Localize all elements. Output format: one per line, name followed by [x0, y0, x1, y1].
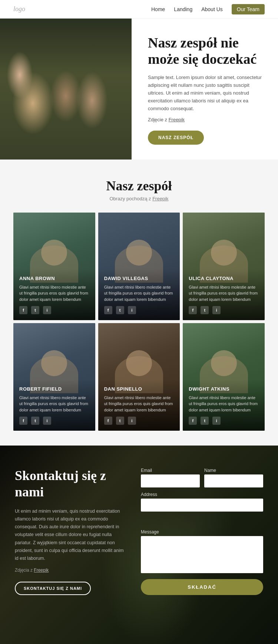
- hero-button[interactable]: NASZ ZESPÓŁ: [148, 131, 204, 145]
- team-member-desc: Glavi amet ritnisi libero molestie ante …: [19, 284, 89, 303]
- hero-content: Nasz zespół nie może się doczekać Sample…: [132, 19, 278, 160]
- instagram-icon[interactable]: i: [212, 417, 221, 425]
- hero-text: Sample text. Lorem ipsum dolor sit amet,…: [148, 74, 263, 112]
- address-label: Address: [141, 492, 263, 497]
- facebook-icon[interactable]: f: [104, 417, 112, 425]
- form-group-email: Email: [141, 468, 200, 487]
- team-member-desc: Glavi amet ritnisi libero molestie ante …: [189, 395, 259, 413]
- team-card: ANNA BROWNGlavi amet ritnisi libero mole…: [13, 213, 95, 320]
- nav-our-team[interactable]: Our Team: [232, 4, 265, 14]
- contact-form: Email Name Address Message SKŁADAĆ: [141, 468, 263, 595]
- facebook-icon[interactable]: f: [189, 306, 197, 314]
- team-subtitle: Obrazy pochodzą z Freepik: [13, 196, 265, 201]
- name-label: Name: [204, 468, 263, 473]
- twitter-icon[interactable]: t: [201, 306, 209, 314]
- facebook-icon[interactable]: f: [189, 417, 197, 425]
- team-card-social: fti: [19, 417, 89, 425]
- team-grid: ANNA BROWNGlavi amet ritnisi libero mole…: [13, 213, 265, 431]
- team-card-overlay: ANNA BROWNGlavi amet ritnisi libero mole…: [13, 269, 95, 321]
- contact-button[interactable]: SKONTAKTUJ SIĘ Z NAMI: [15, 582, 91, 595]
- contact-freepik-link[interactable]: Freepik: [34, 568, 49, 573]
- nav-home[interactable]: Home: [151, 6, 165, 12]
- team-member-desc: Glavi amet ritnisi libero molestie ante …: [189, 284, 259, 303]
- form-group-address: Address: [141, 492, 263, 525]
- team-card-social: fti: [19, 306, 89, 314]
- instagram-icon[interactable]: i: [212, 306, 221, 314]
- team-member-desc: Glavi amet ritnisi libero molestie ante …: [19, 395, 89, 413]
- navbar: logo Home Landing About Us Our Team: [0, 0, 278, 19]
- team-card-overlay: ULICA CLAYTONAGlavi amet ritnisi libero …: [183, 269, 265, 321]
- message-label: Message: [141, 529, 263, 535]
- team-card-overlay: DAN SPINELLOGlavi amet ritnisi libero mo…: [98, 380, 180, 431]
- email-input[interactable]: [141, 474, 200, 487]
- nav-about[interactable]: About Us: [201, 6, 223, 12]
- instagram-icon[interactable]: i: [128, 417, 136, 425]
- hero-section: Nasz zespół nie może się doczekać Sample…: [0, 19, 278, 160]
- team-card-social: fti: [189, 417, 259, 425]
- email-label: Email: [141, 468, 200, 473]
- nav-landing[interactable]: Landing: [174, 6, 192, 12]
- instagram-icon[interactable]: i: [43, 306, 51, 314]
- team-card-social: fti: [104, 417, 174, 425]
- twitter-icon[interactable]: t: [201, 417, 209, 425]
- team-card-overlay: ROBERT FIFIELDGlavi amet ritnisi libero …: [13, 380, 95, 431]
- nav-links: Home Landing About Us Our Team: [151, 4, 265, 14]
- team-freepik-link[interactable]: Freepik: [152, 196, 168, 201]
- team-member-name: DAWID VILLEGAS: [104, 276, 174, 281]
- team-member-name: DAN SPINELLO: [104, 386, 174, 392]
- contact-title: Skontaktuj się z nami: [15, 468, 126, 500]
- team-card: DAWID VILLEGASGlavi amet ritnisi libero …: [98, 213, 180, 320]
- team-member-name: ULICA CLAYTONA: [189, 276, 259, 281]
- team-card-social: fti: [189, 306, 259, 314]
- contact-section: Skontaktuj się z nami Ut enim ad minim v…: [0, 446, 278, 644]
- hero-image: [0, 19, 132, 160]
- team-card-overlay: DWIGHT ATKINSGlavi amet ritnisi libero m…: [183, 380, 265, 431]
- team-member-desc: Glavi amet ritnisi libero molestie ante …: [104, 284, 174, 303]
- team-card-social: fti: [104, 306, 174, 314]
- logo: logo: [13, 5, 25, 13]
- form-group-message: Message: [141, 529, 263, 573]
- form-group-name: Name: [204, 468, 263, 487]
- team-member-name: DWIGHT ATKINS: [189, 386, 259, 392]
- twitter-icon[interactable]: t: [31, 417, 39, 425]
- team-member-name: ROBERT FIFIELD: [19, 386, 89, 392]
- contact-left: Skontaktuj się z nami Ut enim ad minim v…: [15, 468, 126, 595]
- instagram-icon[interactable]: i: [128, 306, 136, 314]
- team-card: ULICA CLAYTONAGlavi amet ritnisi libero …: [183, 213, 265, 320]
- facebook-icon[interactable]: f: [19, 417, 27, 425]
- twitter-icon[interactable]: t: [116, 306, 124, 314]
- name-input[interactable]: [204, 474, 263, 487]
- hero-freepik-link[interactable]: Freepik: [169, 117, 185, 122]
- contact-photo-credit: Zdjęcia z Freepik: [15, 568, 126, 573]
- contact-text: Ut enim ad minim veniam, quis nostrud ex…: [15, 507, 126, 563]
- hero-title: Nasz zespół nie może się doczekać: [148, 35, 263, 67]
- team-card: DWIGHT ATKINSGlavi amet ritnisi libero m…: [183, 323, 265, 431]
- hero-photo: [0, 19, 132, 160]
- team-section: Nasz zespół Obrazy pochodzą z Freepik AN…: [0, 160, 278, 446]
- twitter-icon[interactable]: t: [116, 417, 124, 425]
- twitter-icon[interactable]: t: [31, 306, 39, 314]
- facebook-icon[interactable]: f: [104, 306, 112, 314]
- facebook-icon[interactable]: f: [19, 306, 27, 314]
- hero-photo-credit: Zdjęcie z Freepik: [148, 117, 263, 122]
- message-input[interactable]: [141, 536, 263, 573]
- submit-button[interactable]: SKŁADAĆ: [141, 579, 263, 595]
- team-member-name: ANNA BROWN: [19, 276, 89, 281]
- contact-inner: Skontaktuj się z nami Ut enim ad minim v…: [0, 446, 278, 614]
- team-card: DAN SPINELLOGlavi amet ritnisi libero mo…: [98, 323, 180, 431]
- form-row-email-name: Email Name: [141, 468, 263, 487]
- team-card-overlay: DAWID VILLEGASGlavi amet ritnisi libero …: [98, 269, 180, 321]
- address-input[interactable]: [141, 499, 263, 512]
- team-card: ROBERT FIFIELDGlavi amet ritnisi libero …: [13, 323, 95, 431]
- team-title: Nasz zespół: [13, 178, 265, 194]
- instagram-icon[interactable]: i: [43, 417, 51, 425]
- team-member-desc: Glavi amet ritnisi libero molestie ante …: [104, 395, 174, 413]
